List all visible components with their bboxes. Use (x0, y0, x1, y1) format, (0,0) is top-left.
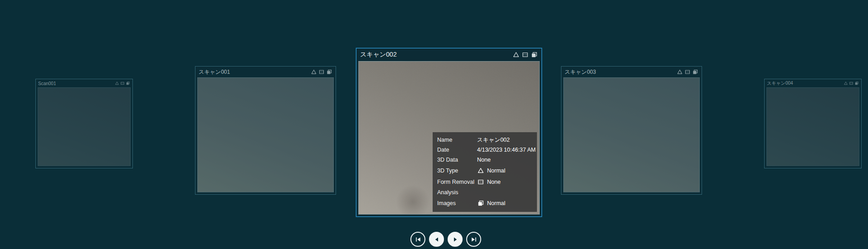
scan-card-previous[interactable]: スキャン001 (195, 66, 336, 195)
scan-card-selected[interactable]: スキャン002 Name スキャン002 Date 4/13/2023 (356, 48, 542, 217)
scan-card-title: スキャン002 (360, 51, 397, 59)
3d-type-triangle-icon (677, 69, 683, 75)
info-row-images: Images Normal (437, 197, 532, 209)
info-row-3d-type: 3D Type Normal (437, 165, 532, 176)
images-icon (326, 69, 332, 75)
info-row-3d-data: 3D Data None (437, 155, 532, 165)
scan-card-icons (309, 69, 332, 75)
info-row-name: Name スキャン002 (437, 135, 532, 145)
info-value: None (477, 178, 501, 186)
info-row-analysis: Analysis (437, 187, 532, 197)
scan-card-title: スキャン001 (199, 68, 230, 76)
nav-first-button[interactable] (410, 232, 425, 247)
3d-type-triangle-icon (844, 81, 848, 86)
form-removal-icon (522, 51, 529, 58)
3d-type-triangle-icon (512, 51, 520, 58)
info-value: None (477, 157, 491, 163)
info-label: Analysis (437, 189, 477, 196)
scan-card-icons (511, 51, 538, 58)
scan-card-icons (114, 81, 130, 86)
scan-card-far-right[interactable]: スキャン004 (764, 79, 862, 168)
scan-card-icons (843, 81, 859, 86)
previous-icon (433, 236, 440, 243)
info-label: 3D Data (437, 157, 477, 163)
form-removal-icon (318, 69, 325, 75)
info-label: 3D Type (437, 168, 477, 174)
scan-thumbnail (766, 87, 859, 166)
form-removal-icon (849, 81, 853, 86)
images-icon (692, 69, 698, 75)
images-icon (477, 200, 484, 207)
info-value: Normal (477, 200, 505, 207)
scan-card-header: スキャン004 (765, 79, 861, 87)
3d-type-triangle-icon (477, 167, 484, 174)
images-icon (854, 81, 859, 86)
info-label: Form Removal (437, 179, 477, 185)
scan-card-header: スキャン002 (356, 48, 541, 61)
scan-thumbnail (563, 77, 700, 192)
info-label: Name (437, 137, 477, 143)
images-icon (531, 51, 538, 58)
scan-card-title: スキャン003 (565, 68, 596, 76)
next-icon (452, 236, 459, 243)
scan-thumbnail (197, 77, 334, 192)
scan-thumbnail: Name スキャン002 Date 4/13/2023 10:46:37 AM … (358, 61, 540, 215)
info-row-form-removal: Form Removal None (437, 176, 532, 187)
scan-card-header: スキャン001 (195, 67, 336, 77)
scan-card-title: スキャン004 (767, 80, 793, 86)
info-value: Normal (477, 167, 505, 174)
scan-thumbnail (38, 87, 131, 166)
3d-type-triangle-icon (115, 81, 119, 86)
scan-card-title: Scan001 (38, 81, 56, 86)
nav-previous-button[interactable] (429, 232, 444, 247)
skip-first-icon (414, 236, 422, 243)
3d-type-triangle-icon (311, 69, 317, 75)
form-removal-icon (477, 178, 484, 186)
form-removal-icon (120, 81, 125, 86)
scan-info-panel: Name スキャン002 Date 4/13/2023 10:46:37 AM … (433, 132, 537, 212)
skip-last-icon (470, 236, 478, 243)
info-label: Date (437, 147, 477, 153)
info-row-date: Date 4/13/2023 10:46:37 AM (437, 145, 532, 155)
scan-card-header: Scan001 (36, 79, 132, 87)
images-icon (126, 81, 130, 86)
scan-card-next[interactable]: スキャン003 (561, 66, 702, 195)
scan-carousel-stage: Scan001 スキャン001 スキャン002 (0, 0, 868, 249)
info-value: 4/13/2023 10:46:37 AM (477, 147, 536, 153)
info-value: スキャン002 (477, 136, 510, 144)
scan-card-far-left[interactable]: Scan001 (35, 79, 133, 168)
carousel-navigation (410, 232, 481, 247)
info-label: Images (437, 200, 477, 206)
form-removal-icon (684, 69, 691, 75)
nav-last-button[interactable] (466, 232, 481, 247)
scan-card-header: スキャン003 (561, 67, 702, 77)
nav-next-button[interactable] (448, 232, 463, 247)
scan-card-icons (675, 69, 698, 75)
